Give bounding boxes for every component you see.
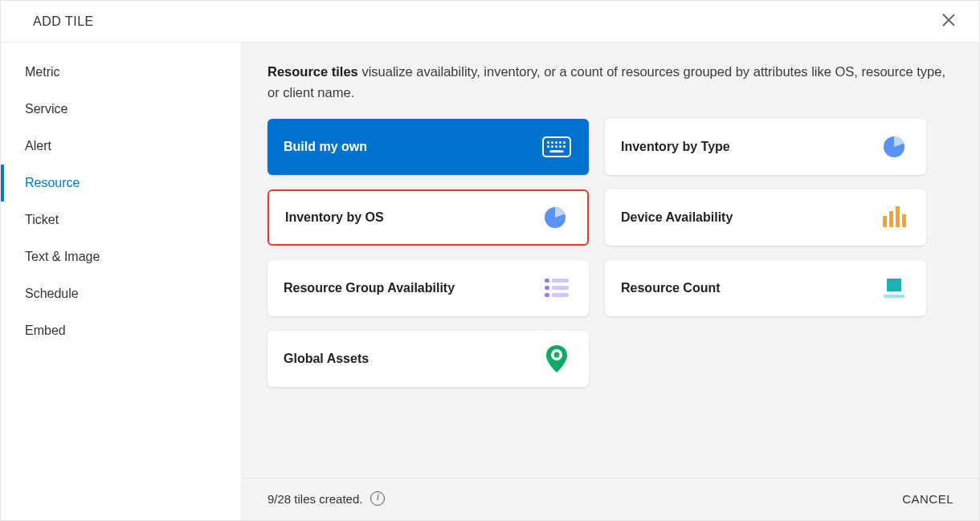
category-description-text: visualize availability, inventory, or a …: [267, 64, 945, 100]
sidebar: Metric Service Alert Resource Ticket Tex…: [1, 43, 242, 520]
svg-rect-8: [555, 145, 557, 148]
svg-rect-2: [551, 141, 553, 144]
modal-title: ADD TILE: [33, 14, 94, 29]
close-icon[interactable]: [941, 12, 957, 28]
bars-icon: [878, 201, 910, 234]
svg-rect-15: [889, 211, 893, 227]
tiles-created-text: 9/28 tiles created.: [267, 492, 362, 506]
svg-rect-21: [552, 286, 569, 290]
svg-rect-9: [559, 145, 561, 148]
svg-rect-5: [563, 141, 566, 144]
sidebar-item-ticket[interactable]: Ticket: [1, 201, 241, 238]
tile-label: Resource Group Availability: [284, 281, 455, 295]
svg-point-27: [554, 352, 560, 358]
tile-inventory-by-type[interactable]: Inventory by Type: [605, 119, 926, 175]
modal-header: ADD TILE: [1, 1, 979, 43]
content-panel: Resource tiles visualize availability, i…: [242, 43, 979, 520]
sidebar-item-metric[interactable]: Metric: [1, 54, 241, 91]
svg-rect-3: [555, 141, 557, 144]
svg-rect-22: [545, 293, 549, 297]
svg-rect-19: [552, 279, 569, 283]
sidebar-item-text-image[interactable]: Text & Image: [1, 238, 241, 275]
svg-rect-18: [545, 279, 549, 283]
tile-label: Inventory by Type: [621, 140, 730, 154]
tile-global-assets[interactable]: Global Assets: [267, 331, 589, 387]
sidebar-item-embed[interactable]: Embed: [1, 312, 241, 349]
pie-icon: [878, 131, 910, 163]
info-icon[interactable]: [370, 491, 385, 506]
keyboard-icon: [541, 131, 573, 163]
svg-rect-20: [545, 286, 549, 290]
svg-rect-7: [551, 145, 553, 148]
svg-rect-16: [896, 206, 900, 227]
tile-resource-count[interactable]: Resource Count: [605, 260, 926, 316]
count-icon: [878, 272, 910, 304]
content-scroll: Resource tiles visualize availability, i…: [242, 43, 979, 478]
svg-rect-4: [559, 141, 561, 144]
sidebar-item-resource[interactable]: Resource: [1, 165, 241, 201]
tile-label: Build my own: [284, 140, 367, 154]
svg-rect-11: [549, 150, 564, 153]
tile-label: Device Availability: [621, 210, 733, 225]
tile-build-my-own[interactable]: Build my own: [267, 119, 589, 175]
list-icon: [541, 272, 573, 304]
svg-rect-24: [887, 279, 901, 291]
cancel-button[interactable]: CANCEL: [902, 492, 953, 506]
pie-icon: [539, 201, 571, 234]
add-tile-modal: ADD TILE Metric Service Alert Resource T…: [0, 0, 980, 521]
tile-label: Inventory by OS: [285, 210, 384, 225]
category-description-bold: Resource tiles: [267, 64, 358, 79]
tiles-created-status: 9/28 tiles created.: [267, 491, 385, 506]
svg-rect-10: [563, 145, 566, 148]
category-description: Resource tiles visualize availability, i…: [267, 62, 950, 103]
tile-inventory-by-os[interactable]: Inventory by OS: [267, 189, 589, 246]
svg-rect-6: [547, 145, 549, 148]
svg-rect-17: [902, 214, 906, 227]
pin-icon: [541, 343, 573, 375]
sidebar-item-schedule[interactable]: Schedule: [1, 275, 241, 312]
sidebar-item-alert[interactable]: Alert: [1, 128, 241, 165]
tile-grid: Build my own: [267, 119, 926, 387]
tile-device-availability[interactable]: Device Availability: [605, 189, 926, 246]
svg-rect-14: [883, 216, 887, 227]
svg-rect-1: [547, 141, 549, 144]
tile-resource-group-availability[interactable]: Resource Group Availability: [267, 260, 589, 316]
modal-body: Metric Service Alert Resource Ticket Tex…: [1, 43, 979, 520]
sidebar-item-service[interactable]: Service: [1, 91, 241, 128]
svg-rect-23: [552, 293, 569, 297]
tile-label: Resource Count: [621, 281, 721, 295]
tile-label: Global Assets: [284, 352, 369, 366]
modal-footer: 9/28 tiles created. CANCEL: [242, 478, 979, 520]
svg-rect-25: [884, 295, 904, 298]
